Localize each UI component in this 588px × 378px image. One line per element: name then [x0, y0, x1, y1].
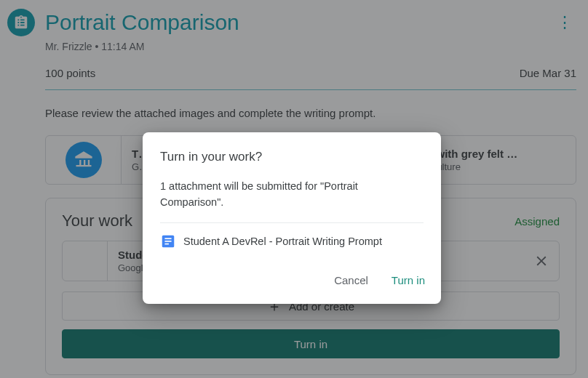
svg-rect-2 — [164, 241, 171, 242]
svg-rect-3 — [164, 243, 169, 244]
turn-in-dialog: Turn in your work? 1 attachment will be … — [143, 132, 441, 304]
cancel-button[interactable]: Cancel — [331, 270, 371, 291]
dialog-title: Turn in your work? — [143, 150, 441, 164]
dialog-file-row: Student A DevRel - Portrait Writing Prom… — [143, 223, 441, 260]
dialog-file-name: Student A DevRel - Portrait Writing Prom… — [183, 236, 382, 247]
svg-rect-1 — [164, 238, 171, 239]
dialog-message: 1 attachment will be submitted for "Port… — [143, 179, 441, 211]
confirm-turn-in-button[interactable]: Turn in — [389, 270, 428, 291]
docs-icon — [160, 233, 176, 249]
